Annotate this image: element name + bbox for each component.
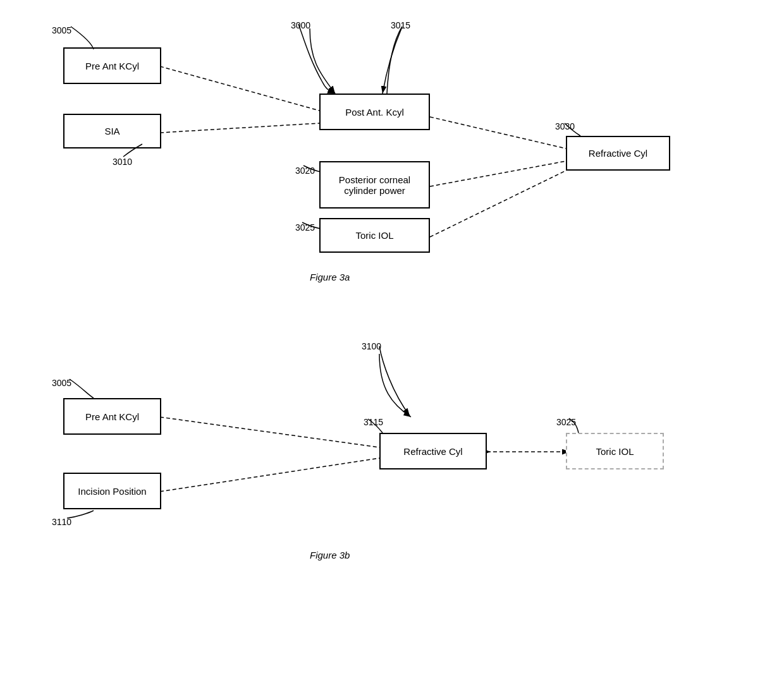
post-ant-kcyl-label-3a: Post Ant. Kcyl	[345, 107, 404, 118]
ref-3020: 3020	[295, 166, 315, 176]
ref-3100: 3100	[362, 341, 381, 351]
refractive-cyl-label-3a: Refractive Cyl	[589, 148, 647, 159]
refractive-cyl-box-3b: Refractive Cyl	[379, 433, 487, 469]
svg-line-2	[430, 117, 566, 148]
incision-position-box: Incision Position	[63, 473, 161, 509]
ref-3005-3a: 3005	[52, 25, 71, 35]
ref-3025-3b: 3025	[556, 417, 576, 427]
ref-3005-3b: 3005	[52, 378, 71, 388]
ref-3115: 3115	[364, 417, 383, 427]
svg-line-0	[160, 66, 319, 111]
incision-position-label: Incision Position	[78, 486, 146, 497]
refractive-cyl-box-3a: Refractive Cyl	[566, 136, 670, 171]
toric-iol-box-3b: Toric IOL	[566, 433, 664, 469]
refractive-cyl-label-3b: Refractive Cyl	[403, 446, 462, 457]
ref-3010-3a: 3010	[113, 157, 132, 167]
figure-3b-title: Figure 3b	[310, 550, 350, 560]
diagram-container: Pre Ant KCyl SIA Post Ant. Kcyl Posterio…	[0, 0, 784, 690]
ref-3000: 3000	[291, 20, 310, 30]
pre-ant-kcyl-box-3b: Pre Ant KCyl	[63, 398, 161, 435]
sia-box-3a: SIA	[63, 114, 161, 148]
svg-line-6	[160, 458, 379, 492]
ref-3030: 3030	[555, 121, 575, 131]
svg-line-5	[160, 417, 379, 447]
ref-3015: 3015	[391, 20, 410, 30]
svg-line-1	[160, 123, 319, 133]
toric-iol-label-3a: Toric IOL	[355, 230, 393, 241]
toric-iol-box-3a: Toric IOL	[319, 218, 430, 253]
pre-ant-kcyl-label-3a: Pre Ant KCyl	[85, 61, 139, 71]
toric-iol-label-3b: Toric IOL	[596, 446, 634, 457]
post-ant-kcyl-box-3a: Post Ant. Kcyl	[319, 94, 430, 130]
pre-ant-kcyl-label-3b: Pre Ant KCyl	[85, 411, 139, 422]
posterior-corneal-box: Posterior cornealcylinder power	[319, 161, 430, 209]
posterior-corneal-label: Posterior cornealcylinder power	[339, 174, 410, 196]
svg-line-4	[430, 171, 566, 237]
svg-line-3	[430, 161, 566, 186]
pre-ant-kcyl-box-3a: Pre Ant KCyl	[63, 47, 161, 84]
ref-3025-3a: 3025	[295, 222, 315, 233]
sia-label-3a: SIA	[104, 126, 119, 136]
figure-3a-title: Figure 3a	[310, 272, 350, 282]
ref-3110: 3110	[52, 517, 71, 527]
